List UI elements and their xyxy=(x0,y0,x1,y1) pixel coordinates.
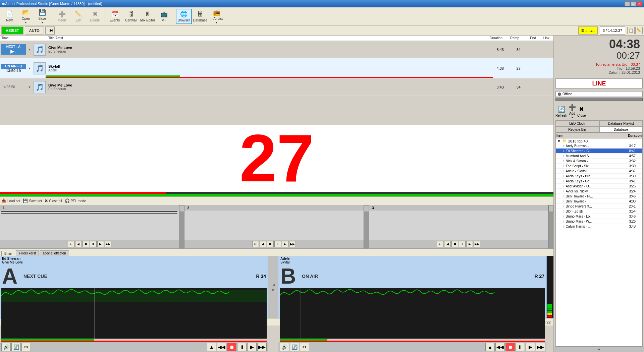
next-track-button[interactable]: ▶| xyxy=(45,26,55,35)
add-button[interactable]: ➕ Add ▼ xyxy=(569,104,576,119)
mairlist-button[interactable]: 📻 mAirList ▼ xyxy=(209,9,225,24)
mix-editor-button[interactable]: 🎚 Mix Editor xyxy=(140,9,156,24)
player-b-next[interactable]: ▶▶ xyxy=(536,343,545,351)
player-a-stop[interactable]: ⏹ xyxy=(227,343,236,351)
cart-tab-special[interactable]: special effecten xyxy=(40,250,69,256)
player-b-prev[interactable]: ◀◀ xyxy=(495,343,505,351)
delete-button[interactable]: ✖ Delete xyxy=(87,9,103,24)
edit-time-button[interactable]: ✏️ xyxy=(635,27,643,34)
db-list-item[interactable]: ♪ Bruno Mars - Lo... 3:46 xyxy=(556,214,642,219)
db-list-item[interactable]: ♪ Blof - Zo stil 3:54 xyxy=(556,209,642,214)
db-list-item[interactable]: ♪ Asaf Avidan - O... 3:25 xyxy=(556,184,642,189)
playlist-row-onair[interactable]: ON AIR - B 13:59:19 ▼ 🎵 Skyfall Adele 4:… xyxy=(0,58,553,78)
cart-ctrl-2-4[interactable]: ⏸ xyxy=(274,241,281,247)
cart-ctrl-3-3[interactable]: ⏹ xyxy=(451,241,458,247)
db-list-item[interactable]: ♪ Ben Howard - Pi... 3:46 xyxy=(556,194,642,199)
cart-ctrl-1-4[interactable]: ⏸ xyxy=(90,241,97,247)
player-b-pause[interactable]: ⏸ xyxy=(516,343,525,351)
player-b-stop[interactable]: ⏹ xyxy=(505,343,515,351)
close-all-button[interactable]: ✖ Close all xyxy=(45,198,62,203)
cart-tab-brian[interactable]: Brian xyxy=(1,251,15,256)
db-scroll-bottom[interactable]: ▼ xyxy=(554,347,644,352)
db-list-item[interactable]: ♪ Alicia Keys - Grl... 3:41 xyxy=(556,179,642,184)
player-b-loop[interactable]: 🔄 xyxy=(290,343,299,351)
minimize-button[interactable]: _ xyxy=(625,1,630,6)
cart-ctrl-1-5[interactable]: ▶ xyxy=(97,241,104,247)
db-close-button[interactable]: ✖ Close xyxy=(577,106,586,117)
edit-button[interactable]: ✏️ Edit xyxy=(70,9,87,24)
cart-ctrl-3-5[interactable]: ▶ xyxy=(466,241,473,247)
assist-button[interactable]: ASSIST xyxy=(1,26,23,35)
save-button[interactable]: 💾 Save ▼ xyxy=(34,9,50,24)
cart-ctrl-1-6[interactable]: ▶▶ xyxy=(105,241,111,247)
browser-button[interactable]: 🌐 Browser xyxy=(176,9,192,24)
db-list-item[interactable]: ♪ Adele - Skyfall 4:37 xyxy=(556,169,642,174)
cart-ctrl-2-5[interactable]: ▶ xyxy=(282,241,288,247)
tab-database-playlist[interactable]: Database Playlist xyxy=(599,120,643,127)
database-button[interactable]: 🗄 Database xyxy=(192,9,208,24)
refresh-button[interactable]: 🔄 Refresh xyxy=(555,106,567,117)
db-list-item[interactable]: ♪ Andy Burrows - ... 3:17 xyxy=(556,143,642,149)
player-b-cue-btn[interactable]: ▲ xyxy=(485,343,495,351)
db-list-item[interactable]: ♪ Mumford And S... 4:57 xyxy=(556,154,642,159)
close-button[interactable]: ✕ xyxy=(637,1,642,6)
events-button[interactable]: 📅 Events xyxy=(107,9,123,24)
player-a-cut[interactable]: ✂ xyxy=(21,343,31,351)
vt-button[interactable]: 📺 VT xyxy=(156,9,172,24)
cart-ctrl-2-6[interactable]: ▶▶ xyxy=(289,241,296,247)
cart-ctrl-1-1[interactable]: ⇤ xyxy=(68,241,74,247)
cart-ctrl-1-3[interactable]: ⏹ xyxy=(83,241,89,247)
cart-ctrl-2-2[interactable]: ◀ xyxy=(260,241,266,247)
row-expand-1[interactable]: ▼ xyxy=(27,48,32,51)
tab-led-clock[interactable]: LED Clock xyxy=(555,120,599,127)
db-list-item[interactable]: ♪ Nick & Simon - ... 3:32 xyxy=(556,159,642,164)
player-a-play[interactable]: ▶ xyxy=(247,343,257,351)
cartwall-button[interactable]: 🎛 Cartwall xyxy=(123,9,139,24)
cart-tab-fillers[interactable]: Fillers kerst xyxy=(16,250,39,256)
db-list-item[interactable]: ♪ Bingo Players ft... 2:41 xyxy=(556,204,642,209)
playlist-row[interactable]: NEXT - A ▶ - ▼ 🎵 Give Me Love Ed Sheeran… xyxy=(0,41,553,58)
player-a-volume[interactable]: 🔊 xyxy=(1,343,11,351)
new-button[interactable]: 📄 New xyxy=(1,9,17,24)
player-a-pause[interactable]: ⏸ xyxy=(237,343,247,351)
cart-ctrl-1-2[interactable]: ◀ xyxy=(75,241,82,247)
db-list-item[interactable]: ♪ Ben Howard - T... 4:03 xyxy=(556,199,642,204)
db-list-item[interactable]: ♪ Avicii vs. Nicky ... 3:24 xyxy=(556,189,642,194)
cart-scrollbar-1[interactable] xyxy=(179,205,184,248)
player-a-cue-btn[interactable]: ▲ xyxy=(207,343,216,351)
separator-2 xyxy=(105,10,105,23)
db-list-item[interactable]: ♪ Ed Sheeran - G... 8:41 xyxy=(556,149,642,154)
db-list-item[interactable]: ♪ Alicia Keys - Bra... 3:39 xyxy=(556,174,642,179)
playlist-row-3[interactable]: 14:03:56 ▼ 🎵 Give Me Love Ed Sheeran 8:4… xyxy=(0,78,553,96)
row-expand-2[interactable]: ▼ xyxy=(27,67,32,70)
player-a-next[interactable]: ▶▶ xyxy=(257,343,267,351)
cart-ctrl-3-2[interactable]: ◀ xyxy=(444,241,451,247)
cart-ctrl-2-3[interactable]: ⏹ xyxy=(267,241,274,247)
restore-button[interactable]: □ xyxy=(631,1,636,6)
open-button[interactable]: 📂 Open ▼ xyxy=(18,9,34,24)
auto-button[interactable]: AUTO xyxy=(25,26,44,35)
cart-ctrl-3-1[interactable]: ⇤ xyxy=(437,241,443,247)
load-set-button[interactable]: 📥 Load set xyxy=(1,198,20,203)
cart-ctrl-2-1[interactable]: ⇤ xyxy=(252,241,259,247)
player-b-volume[interactable]: 🔊 xyxy=(280,343,289,351)
pfl-mode-button[interactable]: 🎧 PFL mode xyxy=(65,198,86,203)
player-b-play[interactable]: ▶ xyxy=(526,343,535,351)
player-b-cut[interactable]: ✂ xyxy=(300,343,309,351)
player-a-loop[interactable]: 🔄 xyxy=(11,343,21,351)
row-expand-3[interactable]: ▼ xyxy=(27,85,32,89)
subtab-recycle-bin[interactable]: Recycle Bin xyxy=(555,127,599,132)
subtab-database[interactable]: Database xyxy=(599,127,643,132)
db-list-item[interactable]: ♪ Calvin Harris - ... 3:48 xyxy=(556,224,642,229)
db-list-item[interactable]: ♪ Bruno Mars - W... 3:26 xyxy=(556,219,642,224)
cart-ctrl-3-6[interactable]: ▶▶ xyxy=(474,241,480,247)
cart-scrollbar-2[interactable] xyxy=(364,205,369,248)
cart-scrollbar-3[interactable] xyxy=(548,205,553,248)
save-set-button[interactable]: 💾 Save set xyxy=(23,198,42,203)
player-a-prev[interactable]: ◀◀ xyxy=(217,343,226,351)
db-folder-2013[interactable]: ▼ 📁 2013 top 40 xyxy=(556,138,642,143)
insert-button[interactable]: ➕ Insert xyxy=(54,9,70,24)
copy-time-button[interactable]: 📋 xyxy=(627,27,635,34)
db-list-item[interactable]: ♪ The Script - Six... 3:39 xyxy=(556,164,642,169)
cart-ctrl-3-4[interactable]: ⏸ xyxy=(459,241,466,247)
